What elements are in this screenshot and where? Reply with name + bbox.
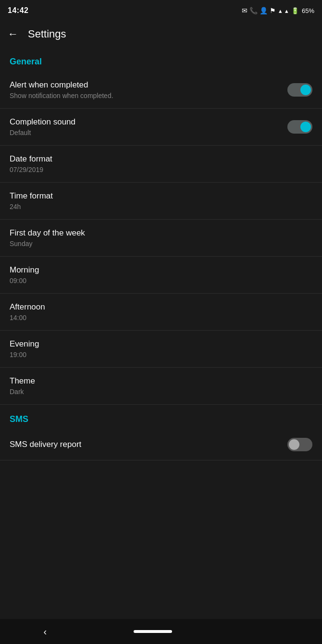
settings-item-date-format[interactable]: Date format07/29/2019 bbox=[0, 146, 322, 183]
bottom-nav: ‹ bbox=[0, 619, 322, 644]
section-header-general: General bbox=[0, 47, 322, 72]
phone-icon: 📞 bbox=[249, 7, 258, 14]
battery-percent: 65% bbox=[302, 7, 314, 14]
status-time: 14:42 bbox=[8, 6, 28, 15]
status-right: ✉ 📞 👤 ⚑ ▴ ▴ 🔋 65% bbox=[242, 7, 314, 14]
settings-item-completion-sound[interactable]: Completion soundDefault bbox=[0, 109, 322, 146]
back-button[interactable]: ← bbox=[8, 28, 18, 40]
notification-icons: ✉ 📞 👤 ⚑ bbox=[242, 7, 276, 14]
toggle-alert-when-completed[interactable] bbox=[287, 83, 312, 97]
settings-item-title-morning: Morning bbox=[10, 265, 39, 275]
settings-item-morning[interactable]: Morning09:00 bbox=[0, 257, 322, 294]
settings-item-subtitle-completion-sound: Default bbox=[10, 129, 75, 136]
settings-item-subtitle-morning: 09:00 bbox=[10, 277, 39, 285]
toggle-sms-delivery-report[interactable] bbox=[287, 438, 312, 451]
settings-item-subtitle-evening: 19:00 bbox=[10, 351, 39, 359]
settings-item-title-completion-sound: Completion sound bbox=[10, 117, 75, 127]
page-title: Settings bbox=[28, 28, 66, 40]
settings-item-sms-delivery-report[interactable]: SMS delivery report bbox=[0, 429, 322, 460]
person-icon: 👤 bbox=[260, 7, 268, 14]
nav-home-pill[interactable] bbox=[134, 630, 172, 633]
settings-item-text-date-format: Date format07/29/2019 bbox=[10, 154, 52, 173]
settings-item-theme[interactable]: ThemeDark bbox=[0, 368, 322, 405]
settings-item-title-evening: Evening bbox=[10, 339, 39, 349]
message-icon: ✉ bbox=[242, 7, 248, 14]
wifi-icon: ▴ bbox=[279, 7, 282, 14]
settings-item-title-sms-delivery-report: SMS delivery report bbox=[10, 440, 81, 449]
settings-item-first-day-of-week[interactable]: First day of the weekSunday bbox=[0, 220, 322, 257]
signal-icon: ▴ bbox=[285, 7, 288, 14]
settings-item-evening[interactable]: Evening19:00 bbox=[0, 331, 322, 368]
section-header-sms: SMS bbox=[0, 405, 322, 429]
status-bar: 14:42 ✉ 📞 👤 ⚑ ▴ ▴ 🔋 65% bbox=[0, 0, 322, 21]
settings-item-subtitle-afternoon: 14:00 bbox=[10, 314, 45, 322]
header: ← Settings bbox=[0, 21, 322, 47]
settings-item-subtitle-first-day-of-week: Sunday bbox=[10, 240, 85, 248]
settings-item-subtitle-theme: Dark bbox=[10, 388, 35, 396]
settings-item-time-format[interactable]: Time format24h bbox=[0, 183, 322, 220]
settings-item-title-time-format: Time format bbox=[10, 191, 53, 201]
settings-item-subtitle-time-format: 24h bbox=[10, 203, 53, 211]
settings-list: GeneralAlert when completedShow notifica… bbox=[0, 47, 322, 460]
settings-item-title-afternoon: Afternoon bbox=[10, 302, 45, 312]
flag-icon: ⚑ bbox=[270, 7, 276, 14]
settings-item-afternoon[interactable]: Afternoon14:00 bbox=[0, 294, 322, 331]
settings-item-text-sms-delivery-report: SMS delivery report bbox=[10, 440, 81, 449]
toggle-completion-sound[interactable] bbox=[287, 120, 312, 134]
settings-item-text-afternoon: Afternoon14:00 bbox=[10, 302, 45, 322]
settings-item-title-date-format: Date format bbox=[10, 154, 52, 164]
settings-item-text-morning: Morning09:00 bbox=[10, 265, 39, 285]
battery-icon: 🔋 bbox=[291, 7, 299, 14]
settings-item-text-first-day-of-week: First day of the weekSunday bbox=[10, 228, 85, 248]
settings-item-text-time-format: Time format24h bbox=[10, 191, 53, 211]
settings-item-title-alert-when-completed: Alert when completed bbox=[10, 80, 113, 90]
settings-item-text-theme: ThemeDark bbox=[10, 376, 35, 396]
settings-item-subtitle-alert-when-completed: Show notification when completed. bbox=[10, 92, 113, 99]
settings-item-text-completion-sound: Completion soundDefault bbox=[10, 117, 75, 136]
settings-item-alert-when-completed[interactable]: Alert when completedShow notification wh… bbox=[0, 72, 322, 109]
settings-item-text-alert-when-completed: Alert when completedShow notification wh… bbox=[10, 80, 113, 99]
settings-item-title-theme: Theme bbox=[10, 376, 35, 386]
settings-item-title-first-day-of-week: First day of the week bbox=[10, 228, 85, 238]
settings-item-subtitle-date-format: 07/29/2019 bbox=[10, 166, 52, 173]
nav-back-button[interactable]: ‹ bbox=[44, 626, 47, 637]
settings-item-text-evening: Evening19:00 bbox=[10, 339, 39, 359]
